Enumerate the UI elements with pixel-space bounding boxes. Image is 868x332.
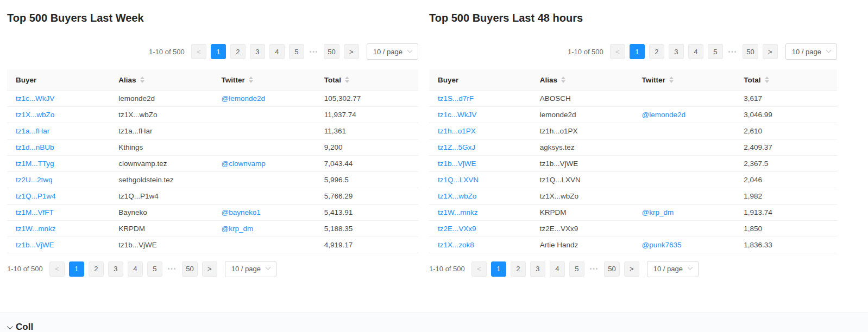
buyer-link[interactable]: tz1X...wbZo — [438, 192, 476, 200]
buyer-link[interactable]: tz1Z...5GxJ — [438, 143, 475, 151]
caret-up-icon — [765, 76, 769, 79]
buyer-link[interactable]: tz1d...nBUb — [16, 143, 54, 151]
twitter-link[interactable]: @krp_dm — [222, 225, 254, 233]
buyer-link[interactable]: tz1Q...P1w4 — [16, 192, 56, 200]
page-button-4[interactable]: 4 — [128, 261, 143, 277]
page-size-select[interactable]: 10 / page — [785, 43, 837, 60]
pagination-ellipsis[interactable]: ••• — [167, 266, 178, 272]
buyer-link[interactable]: tz1X...wbZo — [16, 111, 54, 119]
column-header-total[interactable]: Total — [735, 69, 837, 90]
page-size-select[interactable]: 10 / page — [225, 261, 276, 277]
page-button-4[interactable]: 4 — [550, 261, 565, 277]
page-size-value: 10 / page — [792, 48, 821, 56]
page-button-5[interactable]: 5 — [147, 261, 162, 277]
buyer-link[interactable]: tz1a...fHar — [16, 127, 49, 135]
page-button-3[interactable]: 3 — [250, 44, 265, 59]
next-page-button[interactable]: > — [763, 44, 778, 59]
table-row: tz1M...TTygclownvamp.tez@clownvamp7,043.… — [7, 155, 418, 171]
buyer-cell: tz1c...WkJV — [7, 90, 110, 106]
column-header-alias[interactable]: Alias — [531, 69, 633, 90]
page-button-4[interactable]: 4 — [688, 44, 703, 59]
buyer-link[interactable]: tz1c...WkJV — [438, 111, 476, 119]
twitter-cell — [633, 139, 735, 155]
column-header-total[interactable]: Total — [316, 69, 418, 90]
page-button-3[interactable]: 3 — [669, 44, 684, 59]
table-row: tz1M...VfFTBayneko@bayneko15,413.91 — [7, 204, 418, 220]
twitter-link[interactable]: @bayneko1 — [222, 208, 261, 216]
buyer-link[interactable]: tz1S...d7rF — [438, 94, 474, 103]
buyer-link[interactable]: tz1h...o1PX — [438, 127, 476, 135]
section-header-collapsed[interactable]: Coll — [7, 322, 33, 332]
buyer-link[interactable]: tz1X...zok8 — [438, 241, 474, 249]
page-button-2[interactable]: 2 — [649, 44, 664, 59]
page-button-3[interactable]: 3 — [108, 261, 123, 277]
alias-cell: sethgoldstein.tez — [110, 171, 212, 188]
alias-cell: Artie Handz — [531, 237, 633, 253]
column-header-twitter[interactable]: Twitter — [213, 69, 316, 90]
page-button-1[interactable]: 1 — [491, 261, 506, 277]
buyer-link[interactable]: tz2E...VXx9 — [438, 225, 476, 233]
page-button-5[interactable]: 5 — [289, 44, 304, 59]
buyer-link[interactable]: tz1b...VjWE — [16, 241, 54, 249]
twitter-link[interactable]: @punk7635 — [642, 241, 682, 249]
page-button-50[interactable]: 50 — [182, 261, 197, 277]
page-size-value: 10 / page — [653, 265, 683, 273]
twitter-link[interactable]: @clownvamp — [222, 159, 266, 168]
twitter-cell — [213, 106, 316, 123]
alias-cell: KRPDM — [110, 220, 212, 237]
caret-up-icon — [669, 76, 674, 79]
page-button-4[interactable]: 4 — [269, 44, 285, 59]
next-page-button[interactable]: > — [202, 261, 217, 277]
prev-page-button[interactable]: < — [191, 44, 206, 59]
page-button-3[interactable]: 3 — [530, 261, 545, 277]
buyer-link[interactable]: tz1W...mnkz — [438, 208, 478, 216]
page-button-2[interactable]: 2 — [230, 44, 246, 59]
pagination-ellipsis[interactable]: ••• — [589, 266, 600, 272]
table-row: tz1b...VjWEtz1b...VjWE4,919.17 — [7, 237, 418, 253]
pagination-bottom: 1-10 of 500<12345•••50>10 / page — [429, 261, 837, 277]
page-button-2[interactable]: 2 — [511, 261, 526, 277]
column-header-twitter[interactable]: Twitter — [633, 69, 735, 90]
buyer-cell: tz1b...VjWE — [7, 237, 110, 253]
buyer-link[interactable]: tz1W...mnkz — [16, 225, 56, 233]
page-button-50[interactable]: 50 — [743, 44, 758, 59]
buyers-table-last-48-hours: BuyerAliasTwitterTotal tz1S...d7rFABOSCH… — [429, 69, 837, 253]
pagination-ellipsis[interactable]: ••• — [309, 49, 320, 55]
prev-page-button[interactable]: < — [610, 44, 625, 59]
buyer-link[interactable]: tz2U...2twq — [16, 176, 53, 184]
buyer-link[interactable]: tz1Q...LXVN — [438, 176, 479, 184]
column-header-alias[interactable]: Alias — [110, 69, 212, 90]
page-size-select[interactable]: 10 / page — [647, 261, 699, 277]
twitter-cell — [213, 237, 316, 253]
buyer-link[interactable]: tz1M...TTyg — [16, 159, 54, 168]
twitter-link[interactable]: @lemonde2d — [222, 94, 266, 103]
page-button-2[interactable]: 2 — [89, 261, 104, 277]
page-button-5[interactable]: 5 — [569, 261, 584, 277]
page-button-50[interactable]: 50 — [324, 44, 339, 59]
page-button-1[interactable]: 1 — [69, 261, 84, 277]
buyer-link[interactable]: tz1M...VfFT — [16, 208, 54, 216]
twitter-cell: @lemonde2d — [633, 106, 735, 123]
next-section-bar: Coll — [0, 312, 868, 332]
page-button-1[interactable]: 1 — [630, 44, 645, 59]
prev-page-button[interactable]: < — [471, 261, 487, 277]
twitter-link[interactable]: @lemonde2d — [642, 111, 686, 119]
buyer-link[interactable]: tz1b...VjWE — [438, 159, 476, 168]
page-size-select[interactable]: 10 / page — [367, 43, 418, 60]
table-row: tz2U...2twqsethgoldstein.tez5,996.5 — [7, 171, 418, 188]
total-cell: 3,046.99 — [735, 106, 837, 123]
next-page-button[interactable]: > — [344, 44, 359, 59]
page-button-50[interactable]: 50 — [604, 261, 619, 277]
table-row: tz2E...VXx9tz2E...VXx91,850 — [429, 220, 837, 237]
buyer-cell: tz1c...WkJV — [429, 106, 531, 123]
prev-page-button[interactable]: < — [49, 261, 65, 277]
buyer-link[interactable]: tz1c...WkJV — [16, 94, 54, 103]
page-button-5[interactable]: 5 — [708, 44, 723, 59]
next-page-button[interactable]: > — [624, 261, 639, 277]
twitter-link[interactable]: @krp_dm — [642, 208, 674, 216]
caret-down-icon — [765, 80, 769, 83]
page-button-1[interactable]: 1 — [211, 44, 226, 59]
table-row: tz1d...nBUbKthings9,200 — [7, 139, 418, 155]
page-title: Top 500 Buyers Last 48 hours — [429, 11, 837, 25]
pagination-ellipsis[interactable]: ••• — [727, 49, 739, 55]
